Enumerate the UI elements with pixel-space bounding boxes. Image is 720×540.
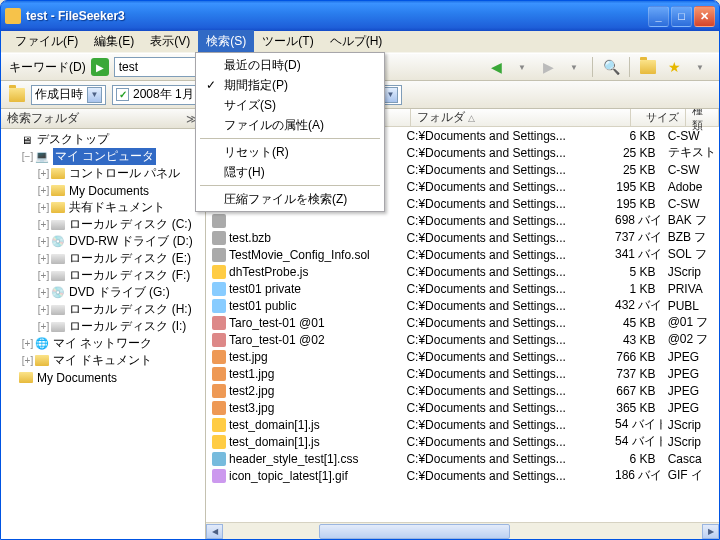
back-dropdown[interactable]: ▼ [511,56,533,78]
forward-button[interactable]: ▶ [537,56,559,78]
tree-node[interactable]: [+]🌐マイ ネットワーク [1,335,205,352]
tree-node[interactable]: [+]ローカル ディスク (F:) [1,267,205,284]
tree-node[interactable]: [+]💿DVD-RW ドライブ (D:) [1,233,205,250]
sidebar-header[interactable]: 検索フォルダ ≫ [1,109,205,129]
menu-recent-date[interactable]: 最近の日時(D) [198,55,382,75]
tree-node[interactable]: 🖥デスクトップ [1,131,205,148]
list-item[interactable]: test2.jpgC:¥Documents and Settings...667… [206,382,719,399]
go-icon[interactable]: ▶ [91,58,109,76]
menubar: ファイル(F) 編集(E) 表示(V) 検索(S) ツール(T) ヘルプ(H) [1,31,719,53]
date-checkbox[interactable]: ✓ [116,88,129,101]
maximize-button[interactable]: □ [671,6,692,27]
tree-node[interactable]: [+]💿DVD ドライブ (G:) [1,284,205,301]
list-item[interactable]: Taro_test-01 @02C:¥Documents and Setting… [206,331,719,348]
date-type-label: 作成日時 [35,86,83,103]
tree-node[interactable]: [+]My Documents [1,182,205,199]
list-item[interactable]: test1.jpgC:¥Documents and Settings...737… [206,365,719,382]
back-button[interactable]: ◀ [485,56,507,78]
list-item[interactable]: test.bzbC:¥Documents and Settings...737 … [206,229,719,246]
list-item[interactable]: C:¥Documents and Settings...698 バイトBAK フ [206,212,719,229]
menu-hide[interactable]: 隠す(H) [198,162,382,182]
app-window: test - FileSeeker3 _ □ ✕ ファイル(F) 編集(E) 表… [0,0,720,540]
search-icon[interactable]: 🔍 [600,56,622,78]
menu-reset[interactable]: リセット(R) [198,142,382,162]
close-button[interactable]: ✕ [694,6,715,27]
sidebar: 検索フォルダ ≫ 🖥デスクトップ[−]💻マイ コンピュータ[+]コントロール パ… [1,109,206,539]
list-item[interactable]: test3.jpgC:¥Documents and Settings...365… [206,399,719,416]
window-title: test - FileSeeker3 [26,9,648,23]
tree-node[interactable]: [−]💻マイ コンピュータ [1,148,205,165]
menu-period[interactable]: 期間指定(P) [198,75,382,95]
h-scrollbar[interactable]: ◀ ▶ [206,522,719,539]
menu-search[interactable]: 検索(S) [198,30,254,53]
col-size[interactable]: サイズ [631,109,686,126]
menu-size[interactable]: サイズ(S) [198,95,382,115]
open-folder-icon[interactable] [637,56,659,78]
search-menu-popup: 最近の日時(D) 期間指定(P) サイズ(S) ファイルの属性(A) リセット(… [195,52,385,212]
menu-search-compressed[interactable]: 圧縮ファイルを検索(Z) [198,189,382,209]
menu-view[interactable]: 表示(V) [142,30,198,53]
menu-attributes[interactable]: ファイルの属性(A) [198,115,382,135]
date-type-dropdown[interactable]: 作成日時 ▼ [31,85,106,105]
favorites-icon[interactable]: ★ [663,56,685,78]
list-item[interactable]: test01 privateC:¥Documents and Settings.… [206,280,719,297]
favorites-dropdown[interactable]: ▼ [689,56,711,78]
tree-node[interactable]: My Documents [1,369,205,386]
menu-file[interactable]: ファイル(F) [7,30,86,53]
folder-icon [9,88,25,102]
tree-node[interactable]: [+]コントロール パネル [1,165,205,182]
date-value: 2008年 1月 [133,86,194,103]
col-folder[interactable]: フォルダ △ [411,109,631,126]
list-item[interactable]: header_style_test[1].cssC:¥Documents and… [206,450,719,467]
tree-node[interactable]: [+]共有ドキュメント [1,199,205,216]
app-icon [5,8,21,24]
list-item[interactable]: TestMovie_Config_Info.solC:¥Documents an… [206,246,719,263]
folder-tree[interactable]: 🖥デスクトップ[−]💻マイ コンピュータ[+]コントロール パネル[+]My D… [1,129,205,539]
menu-help[interactable]: ヘルプ(H) [322,30,391,53]
tree-node[interactable]: [+]ローカル ディスク (H:) [1,301,205,318]
tree-node[interactable]: [+]ローカル ディスク (I:) [1,318,205,335]
menu-tool[interactable]: ツール(T) [254,30,321,53]
titlebar[interactable]: test - FileSeeker3 _ □ ✕ [1,1,719,31]
list-item[interactable]: test.jpgC:¥Documents and Settings...766 … [206,348,719,365]
minimize-button[interactable]: _ [648,6,669,27]
keyword-label: キーワード(D) [9,59,86,76]
list-item[interactable]: Taro_test-01 @01C:¥Documents and Setting… [206,314,719,331]
list-item[interactable]: icon_topic_latest[1].gifC:¥Documents and… [206,467,719,484]
tree-node[interactable]: [+]ローカル ディスク (E:) [1,250,205,267]
tree-node[interactable]: [+]マイ ドキュメント [1,352,205,369]
menu-edit[interactable]: 編集(E) [86,30,142,53]
list-item[interactable]: test01 publicC:¥Documents and Settings..… [206,297,719,314]
tree-node[interactable]: [+]ローカル ディスク (C:) [1,216,205,233]
list-item[interactable]: dhTestProbe.jsC:¥Documents and Settings.… [206,263,719,280]
forward-dropdown[interactable]: ▼ [563,56,585,78]
list-item[interactable]: test_domain[1].jsC:¥Documents and Settin… [206,433,719,450]
list-item[interactable]: test_domain[1].jsC:¥Documents and Settin… [206,416,719,433]
col-type[interactable]: 種類 [686,109,719,126]
